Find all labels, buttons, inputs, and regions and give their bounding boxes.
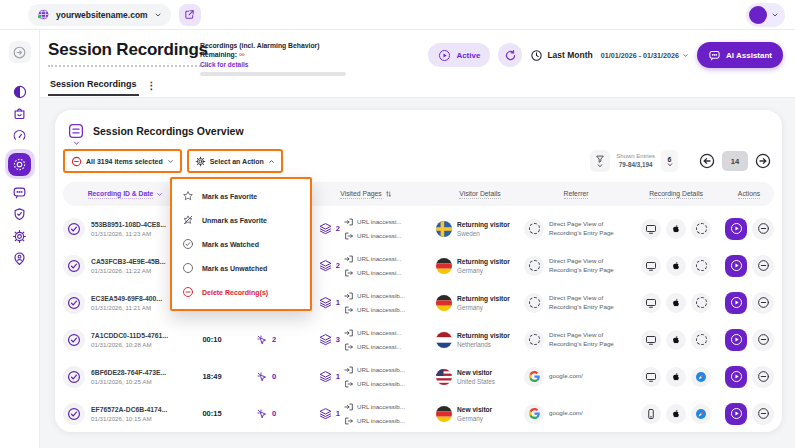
recording-date: 01/31/2026, 10:28 AM	[91, 341, 168, 348]
chevron-down-icon	[154, 11, 162, 19]
desktop-icon	[641, 367, 661, 387]
exclude-recording-button[interactable]	[752, 329, 774, 351]
star-slash-icon	[182, 214, 194, 226]
exit-page-icon	[344, 268, 354, 278]
apple-icon	[666, 219, 686, 239]
entry-url: URL inaccessib...	[357, 366, 405, 373]
sidebar	[0, 30, 40, 448]
menu-item-delete-recordings[interactable]: Delete Recording(s)	[172, 280, 310, 304]
sidebar-item-settings[interactable]	[9, 226, 31, 247]
row-checkbox[interactable]	[63, 329, 85, 351]
referrer-text: Direct Page View of Recording's Entry Pa…	[549, 294, 621, 311]
sidebar-item-session-recordings[interactable]	[5, 149, 35, 179]
exclude-recording-button[interactable]	[752, 292, 774, 314]
page-size-selector[interactable]: 6	[661, 150, 678, 172]
exit-page-icon	[344, 342, 354, 352]
collapse-icon	[12, 45, 27, 60]
mobile-icon	[641, 404, 661, 424]
visitor-country: United States	[457, 378, 495, 385]
play-recording-button[interactable]	[725, 292, 747, 314]
column-visitor-details[interactable]: Visitor Details	[436, 190, 524, 199]
chevron-down-icon	[771, 11, 779, 19]
external-link-icon	[184, 9, 195, 20]
exclude-recording-button[interactable]	[752, 255, 774, 277]
open-website-button[interactable]	[179, 4, 201, 26]
recording-date: 01/31/2026, 11:22 AM	[91, 267, 165, 274]
sidebar-item-analytics[interactable]	[9, 125, 31, 146]
exit-page-icon	[344, 305, 354, 315]
exclude-recording-button[interactable]	[752, 403, 774, 425]
play-recording-button[interactable]	[725, 366, 747, 388]
tab-session-recordings[interactable]: Session Recordings	[48, 79, 139, 96]
sidebar-item-inbox[interactable]	[9, 103, 31, 124]
column-actions: Actions	[724, 190, 774, 199]
table-row: 6BF6DE28-764F-473E...01/31/2026, 10:25 A…	[63, 358, 774, 395]
action-dropdown-button[interactable]: Select an Action	[187, 149, 283, 173]
unknown-browser-icon	[691, 293, 711, 313]
entry-url: URL inaccessib...	[357, 292, 405, 299]
menu-item-mark-watched[interactable]: Mark as Watched	[172, 232, 310, 256]
shown-entries: Shown Entries 79-84/3,194	[616, 153, 655, 169]
current-page[interactable]: 14	[722, 151, 748, 171]
menu-item-mark-favorite[interactable]: Mark as Favorite	[172, 184, 310, 208]
previous-page-button[interactable]	[698, 152, 716, 170]
column-recording-details[interactable]: Recording Details	[628, 190, 724, 199]
visitor-country: Germany	[457, 267, 510, 274]
refresh-button[interactable]	[498, 43, 522, 67]
column-visited-pages[interactable]: Visited Pages	[296, 190, 436, 199]
row-checkbox[interactable]	[63, 255, 85, 277]
row-checkbox[interactable]	[63, 403, 85, 425]
menu-item-mark-unwatched[interactable]: Mark as Unwatched	[172, 256, 310, 280]
minus-circle-icon	[71, 156, 82, 167]
desktop-icon	[641, 293, 661, 313]
menu-item-unmark-favorite[interactable]: Unmark as Favorite	[172, 208, 310, 232]
exclude-recording-button[interactable]	[752, 218, 774, 240]
apple-icon	[666, 293, 686, 313]
exit-page-icon	[344, 379, 354, 389]
recording-id: 553B8951-108D-4CE8...	[91, 221, 166, 228]
sidebar-item-privacy[interactable]	[9, 204, 31, 225]
click-count: 2	[272, 335, 276, 344]
entry-url: URL inaccessi...	[357, 329, 401, 336]
play-recording-button[interactable]	[725, 218, 747, 240]
gear-icon	[12, 229, 27, 244]
play-recording-button[interactable]	[725, 329, 747, 351]
direct-referrer-icon	[524, 293, 544, 313]
visitor-country: Germany	[457, 304, 510, 311]
active-status-button[interactable]: Active	[428, 43, 490, 67]
user-menu[interactable]	[746, 3, 785, 27]
sidebar-item-dashboard[interactable]	[9, 81, 31, 102]
date-range-selector[interactable]: 01/01/2026 - 01/31/2026	[601, 51, 689, 60]
next-page-button[interactable]	[754, 152, 772, 170]
sidebar-item-chat[interactable]	[9, 182, 31, 203]
main-area: Session Recordings Recordings (incl. Ala…	[40, 30, 795, 448]
row-checkbox[interactable]	[63, 366, 85, 388]
refresh-icon	[504, 49, 517, 62]
flag-germany-icon	[436, 295, 452, 311]
ai-assistant-button[interactable]: AI Assistant	[697, 42, 783, 68]
visitor-type: Returning visitor	[457, 221, 510, 228]
chevron-up-icon	[268, 158, 275, 165]
referrer-text: Direct Page View of Recording's Entry Pa…	[549, 220, 621, 237]
column-referrer[interactable]: Referrer	[524, 190, 628, 199]
filter-button[interactable]	[590, 150, 610, 172]
period-selector[interactable]: Last Month	[530, 49, 592, 62]
play-recording-button[interactable]	[725, 403, 747, 425]
layers-icon	[319, 333, 332, 346]
exclude-recording-button[interactable]	[752, 366, 774, 388]
table-row: EF76572A-DC6B-4174...01/31/2026, 10:15 A…	[63, 395, 774, 432]
globe-icon	[37, 8, 50, 21]
details-link[interactable]: Click for details	[200, 61, 352, 68]
kebab-menu-icon[interactable]: ⋮	[147, 80, 157, 95]
selection-dropdown[interactable]: All 3194 items selected	[63, 149, 182, 173]
recording-id: CA53FCB3-4E9E-45B...	[91, 258, 165, 265]
play-recording-button[interactable]	[725, 255, 747, 277]
entry-page-icon	[344, 291, 354, 301]
visitor-type: Returning visitor	[457, 332, 510, 339]
row-checkbox[interactable]	[63, 292, 85, 314]
website-selector[interactable]: yourwebsitename.com	[28, 4, 171, 26]
row-checkbox[interactable]	[63, 218, 85, 240]
sidebar-item-visitors[interactable]	[9, 248, 31, 269]
arrow-left-circle-icon	[698, 152, 716, 170]
sidebar-collapse-button[interactable]	[9, 41, 31, 63]
